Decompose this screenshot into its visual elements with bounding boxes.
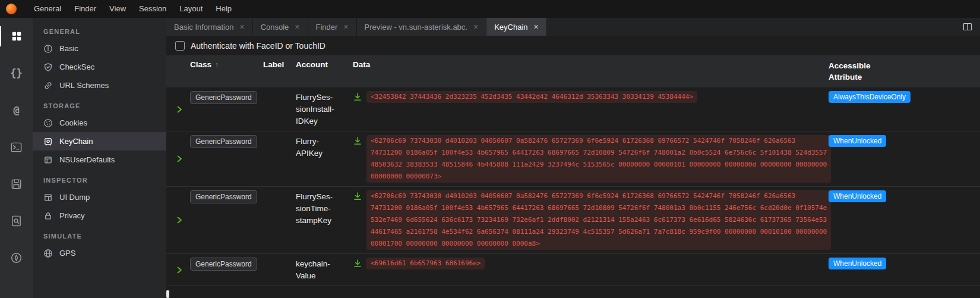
activity-item-apps[interactable] [0, 18, 33, 55]
sidebar-item-label: Basic [59, 44, 78, 53]
sidebar-item-checksec[interactable]: CheckSec [33, 58, 166, 76]
data-hex: <62706c69 73743030 d4010203 04050607 0a5… [366, 190, 831, 250]
menu-layout[interactable]: Layout [173, 0, 209, 18]
chevron-right-icon [175, 266, 184, 274]
class-tag: GenericPassword [190, 190, 257, 203]
at-sign-icon: @ [13, 104, 19, 116]
activity-item-classdump[interactable]: {} [0, 55, 33, 92]
table-row: GenericPassword Flurry-APIKey <62706c69 … [166, 131, 980, 187]
tab-keychain[interactable]: KeyChain × [486, 18, 547, 36]
data-hex: <62706c69 73743030 d4010203 04050607 0a5… [366, 135, 831, 183]
tab-console[interactable]: Console × [253, 18, 308, 36]
row-expander[interactable] [175, 135, 190, 183]
tab-label: Preview - vn.sun-asterisk.abc. [365, 23, 467, 32]
attribute-badge: WhenUnlocked [829, 258, 886, 269]
faceid-checkbox[interactable] [175, 41, 185, 51]
row-expander[interactable] [175, 190, 190, 250]
activity-item-url[interactable]: @ [0, 92, 33, 128]
sidebar-item-label: UI Dump [59, 193, 90, 202]
link-icon [43, 81, 53, 90]
sidebar-item-keychain[interactable]: KeyChain [33, 132, 166, 150]
tab-preview[interactable]: Preview - vn.sun-asterisk.abc. × [357, 18, 487, 36]
terminal-icon [10, 141, 23, 153]
menu-view[interactable]: View [103, 0, 132, 18]
sidebar-item-url-schemes[interactable]: URL Schemes [33, 76, 166, 95]
activity-item-finder[interactable] [0, 202, 33, 239]
tab-label: Basic Information [174, 23, 233, 32]
row-expander[interactable] [175, 91, 190, 127]
tab-close-icon[interactable]: × [343, 23, 348, 31]
class-tag: GenericPassword [190, 258, 257, 271]
compass-icon [10, 252, 23, 264]
data-hex: <69616d61 6b657963 6861696e> [366, 258, 485, 269]
chevron-right-icon [175, 216, 184, 224]
menu-finder[interactable]: Finder [68, 0, 103, 18]
attribute-badge: WhenUnlocked [829, 135, 886, 147]
faceid-checkbox-label: Authenticate with FaceID or TouchID [191, 41, 325, 51]
section-header-general: GENERAL [33, 23, 166, 39]
account-text: FlurrySes-sionInstall-IDKey [296, 91, 353, 127]
tab-basic-information[interactable]: Basic Information × [166, 18, 253, 36]
globe-icon [43, 249, 53, 258]
row-expander[interactable] [175, 258, 190, 282]
scrollbar-thumb[interactable] [166, 290, 169, 298]
sidebar-item-privacy[interactable]: Privacy [33, 206, 166, 225]
sidebar-item-nsuserdefaults[interactable]: NSUserDefaults [33, 150, 166, 169]
split-editor-icon[interactable] [955, 18, 980, 36]
activity-item-storage[interactable] [0, 165, 33, 202]
column-header-label: Label [263, 60, 296, 69]
app-logo-icon [6, 4, 17, 14]
download-icon[interactable] [353, 192, 362, 201]
menu-general[interactable]: General [27, 0, 68, 18]
download-icon[interactable] [353, 92, 362, 102]
sidebar-item-ui-dump[interactable]: UI Dump [33, 188, 166, 206]
sidebar-item-label: Privacy [59, 211, 85, 220]
table-header: Class↑ Label Account Data Accessible Att… [166, 55, 980, 87]
account-text: FlurrySes-sionTime-stampKey [296, 190, 353, 227]
auth-row: Authenticate with FaceID or TouchID [166, 36, 980, 55]
sidebar-item-label: Cookies [59, 118, 87, 127]
disk-icon [10, 178, 23, 190]
sidebar-item-label: CheckSec [59, 62, 94, 71]
menu-bar: General Finder View Session Layout Help [0, 0, 980, 18]
menu-help[interactable]: Help [209, 0, 238, 18]
sidebar-item-gps[interactable]: GPS [33, 244, 166, 262]
chevron-right-icon [175, 105, 184, 114]
table-row: GenericPassword keychain-Value <69616d61… [166, 254, 980, 286]
file-search-icon [10, 215, 23, 227]
shield-check-icon [43, 62, 53, 72]
activity-item-console[interactable] [0, 128, 33, 165]
tab-close-icon[interactable]: × [239, 23, 244, 31]
info-icon [43, 44, 53, 54]
class-tag: GenericPassword [190, 91, 257, 104]
download-icon[interactable] [353, 136, 362, 146]
account-text: Flurry-APIKey [296, 135, 353, 159]
sidebar-item-label: URL Schemes [59, 81, 109, 90]
sidebar-item-label: NSUserDefaults [59, 155, 115, 164]
lock-icon [43, 211, 53, 221]
section-header-storage: STORAGE [33, 95, 166, 114]
sidebar-item-cookies[interactable]: Cookies [33, 114, 166, 132]
download-icon[interactable] [353, 259, 362, 268]
tab-label: Console [261, 23, 289, 32]
tab-bar: Basic Information × Console × Finder × P… [166, 18, 980, 36]
column-header-data: Data [353, 60, 829, 69]
cookie-icon [43, 118, 53, 128]
column-header-class[interactable]: Class↑ [190, 60, 263, 69]
attribute-badge: WhenUnlocked [829, 190, 886, 202]
tab-finder[interactable]: Finder × [308, 18, 357, 36]
tab-label: Finder [316, 23, 338, 32]
tab-close-icon[interactable]: × [534, 23, 539, 31]
attribute-badge: AlwaysThisDeviceOnly [829, 91, 911, 103]
column-header-class-label: Class [190, 60, 211, 69]
braces-icon: {} [10, 67, 22, 79]
sort-ascending-icon: ↑ [215, 61, 219, 69]
layout-icon [43, 193, 53, 202]
activity-item-webview[interactable] [0, 239, 33, 276]
menu-session[interactable]: Session [132, 0, 173, 18]
tab-close-icon[interactable]: × [295, 23, 299, 31]
sidebar-item-label: KeyChain [59, 137, 93, 146]
sidebar: GENERAL Basic CheckSec [33, 18, 166, 298]
sidebar-item-basic[interactable]: Basic [33, 39, 166, 58]
tab-close-icon[interactable]: × [473, 23, 478, 31]
